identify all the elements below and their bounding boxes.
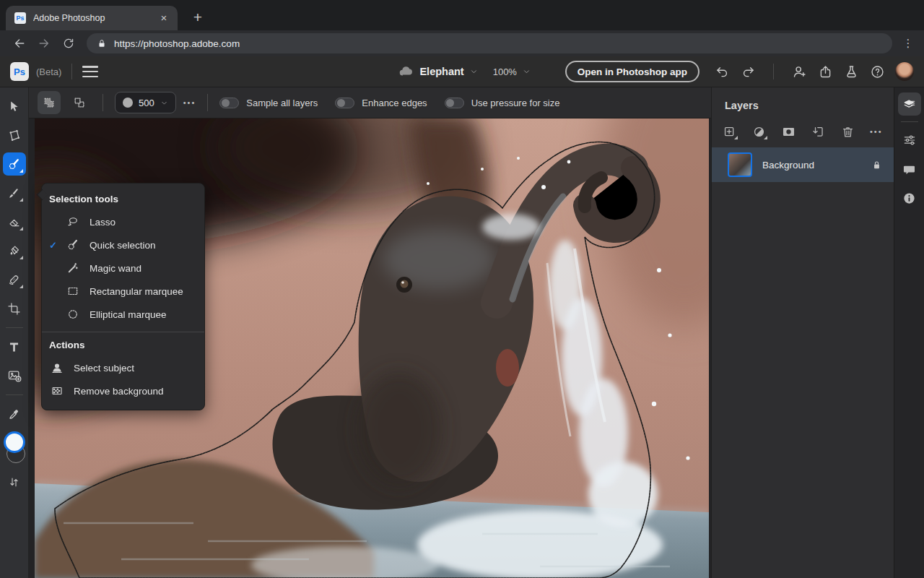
swap-colors-icon[interactable] [3,470,26,493]
menu-item-rectangular-marquee[interactable]: Rectangular marquee [42,280,204,303]
layers-more-icon[interactable]: ••• [870,127,883,136]
divider [71,64,72,79]
browser-toolbar: https://photoshop.adobe.com ⋮ [0,30,924,56]
add-to-selection-icon[interactable] [38,91,61,114]
eyedropper-tool[interactable] [3,402,26,426]
comments-panel-icon[interactable] [898,158,921,181]
menu-item-remove-background[interactable]: Remove background [42,379,204,402]
browser-tab[interactable]: Ps Adobe Photoshop × [6,6,178,30]
add-layer-icon[interactable] [722,124,736,139]
foreground-color-swatch[interactable] [4,431,25,453]
app-header: Ps (Beta) Elephant 100% Open in Photosho… [0,56,924,87]
new-tab-button[interactable]: + [188,7,208,27]
layer-row-background[interactable]: Background [712,147,894,182]
menu-item-label: Rectangular marquee [90,286,183,297]
adjustment-layer-icon[interactable] [751,124,766,139]
magic-wand-icon [65,262,81,275]
beta-flask-icon[interactable] [840,61,862,82]
menu-item-label: Quick selection [90,240,156,251]
canvas-area[interactable]: Selection tools Lasso ✓ Quick selection [29,118,711,578]
actions-title: Actions [42,338,204,356]
menu-item-magic-wand[interactable]: Magic wand [42,256,204,280]
menu-item-elliptical-marquee[interactable]: Elliptical marquee [42,303,204,326]
browser-tab-strip: Ps Adobe Photoshop × + [0,0,924,30]
forward-icon[interactable] [34,33,54,53]
menu-item-quick-selection[interactable]: ✓ Quick selection [42,233,204,256]
delete-layer-icon[interactable] [840,124,855,139]
fill-tool[interactable] [3,239,26,262]
enhance-edges-toggle[interactable] [335,98,354,108]
use-pressure-toggle[interactable] [445,98,464,108]
add-image-tool[interactable] [3,364,26,387]
chevron-down-icon[interactable] [470,67,479,76]
browser-menu-icon[interactable]: ⋮ [899,35,917,52]
move-layer-icon[interactable] [811,124,825,139]
brush-size-value: 500 [139,98,154,108]
toggle-label: Sample all layers [246,98,318,108]
toolbar [0,87,29,578]
quick-selection-tool[interactable] [3,152,26,176]
beta-label: (Beta) [36,66,61,77]
divider [6,394,23,395]
help-icon[interactable] [866,61,888,82]
brush-tool[interactable] [3,181,26,204]
check-icon: ✓ [49,240,65,251]
undo-icon[interactable] [711,61,733,82]
elliptical-marquee-icon [65,308,81,321]
transform-tool[interactable] [3,124,26,147]
chevron-down-icon[interactable] [523,67,531,76]
header-actions: Open in Photoshop app [565,61,914,82]
reload-icon[interactable] [58,33,79,53]
layers-toolbar: ••• [712,111,894,147]
brush-preview-icon [123,98,133,108]
layer-mask-icon[interactable] [781,124,796,139]
layers-panel: Layers ••• Background [711,87,894,578]
toggle-label: Use pressure for size [471,98,560,108]
user-avatar[interactable] [895,62,914,81]
lasso-icon [65,215,81,228]
healing-tool[interactable] [3,268,26,291]
redo-icon[interactable] [737,61,759,82]
open-in-photoshop-button[interactable]: Open in Photoshop app [565,61,699,82]
properties-panel-icon[interactable] [898,129,921,152]
chevron-down-icon [160,99,168,107]
menu-title: Selection tools [42,192,204,210]
share-icon[interactable] [814,61,836,82]
layers-panel-icon[interactable] [898,92,921,116]
layer-lock-icon[interactable] [871,160,882,171]
crop-tool[interactable] [3,297,26,320]
menu-item-label: Select subject [74,363,134,374]
photoshop-logo: Ps [10,62,29,81]
menu-item-select-subject[interactable]: Select subject [42,356,204,379]
divider [6,327,23,328]
main-area: 500 ••• Sample all layers Enhance edges … [29,87,711,578]
cloud-sync-icon [398,64,414,79]
hamburger-menu-icon[interactable] [82,66,98,77]
divider [42,332,204,332]
text-tool[interactable] [3,335,26,358]
lock-icon [97,38,107,48]
layer-thumbnail[interactable] [728,152,752,177]
divider [103,94,103,111]
document-name[interactable]: Elephant [419,66,463,77]
info-panel-icon[interactable] [898,186,921,210]
back-icon[interactable] [9,33,30,53]
tab-close-icon[interactable]: × [157,12,170,25]
more-options-icon[interactable]: ••• [183,98,196,107]
document-title-group: Elephant 100% [398,56,531,87]
divider [901,121,918,122]
move-tool[interactable] [3,95,26,118]
layers-panel-title: Layers [712,87,894,111]
sample-all-layers-toggle[interactable] [219,98,239,108]
divider [207,94,208,111]
address-bar[interactable]: https://photoshop.adobe.com [87,33,892,53]
eraser-tool[interactable] [3,210,26,233]
color-swatches[interactable] [1,431,27,465]
subtract-from-selection-icon[interactable] [68,91,91,114]
quick-selection-icon [65,238,81,251]
select-subject-icon [49,361,65,374]
brush-size-dropdown[interactable]: 500 [115,92,176,113]
zoom-level[interactable]: 100% [493,66,517,77]
invite-people-icon[interactable] [788,61,810,82]
menu-item-lasso[interactable]: Lasso [42,210,204,233]
